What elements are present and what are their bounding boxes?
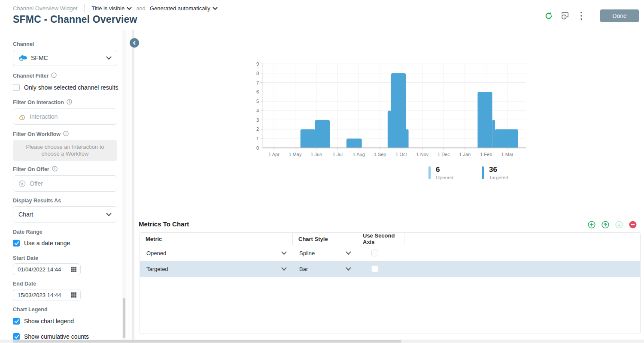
date-range-label: Date Range (13, 229, 122, 235)
chevron-down-icon (346, 266, 351, 272)
display-results-as-label: Display Results As (13, 198, 122, 204)
title-visibility-dropdown[interactable]: Title is visible (91, 5, 132, 12)
info-icon[interactable] (51, 72, 57, 79)
generated-mode-dropdown[interactable]: Generated automatically (150, 5, 218, 12)
filter-on-offer-label: Filter On Offer (13, 166, 122, 173)
chart-legend-label: Chart Legend (13, 307, 122, 313)
breadcrumb: Channel Overview Widget Title is visible… (13, 4, 218, 12)
checkbox[interactable] (13, 240, 20, 247)
title-visibility-label: Title is visible (91, 5, 125, 12)
chart-style-value: Spline (299, 250, 315, 256)
generated-mode-label: Generated automatically (150, 5, 210, 12)
show-cumulative-counts-checkbox[interactable]: Show cumulative counts (13, 333, 122, 340)
metric-value: Targeted (146, 266, 168, 272)
svg-text:1 Feb: 1 Feb (480, 152, 492, 157)
legend-item-opened[interactable]: 6 Opened (428, 165, 453, 180)
metrics-actions (588, 221, 637, 229)
legend-item-targeted[interactable]: 36 Targeted (482, 165, 508, 180)
legend-swatch-targeted (482, 166, 484, 179)
svg-text:1 Dec: 1 Dec (437, 152, 450, 157)
sidebar-scrollbar-track[interactable] (122, 30, 126, 340)
svg-text:1 Jan: 1 Jan (459, 152, 471, 157)
sfmc-cloud-icon (18, 54, 27, 61)
second-axis-checkbox[interactable] (371, 265, 378, 272)
settings-sidebar: Channel SFMC Channel Filter Only show se… (0, 30, 122, 340)
breadcrumb-widget-name: Channel Overview Widget (13, 5, 77, 12)
kebab-menu-icon[interactable] (577, 11, 586, 21)
svg-text:1 Mar: 1 Mar (501, 152, 513, 157)
second-axis-checkbox[interactable] (371, 250, 378, 256)
info-icon[interactable] (63, 131, 69, 138)
checkbox[interactable] (13, 333, 20, 340)
start-date-input[interactable] (18, 266, 66, 273)
info-icon[interactable] (67, 99, 72, 106)
column-header-chart-style: Chart Style (293, 233, 357, 245)
panel-gap (126, 30, 132, 340)
column-header-metric: Metric (140, 233, 293, 245)
legend-label: Opened (436, 175, 453, 180)
svg-text:1 Oct: 1 Oct (395, 152, 407, 157)
svg-text:1 May: 1 May (289, 152, 301, 157)
column-header-second-axis: Use Second Axis (357, 233, 404, 245)
chevron-down-icon (127, 5, 132, 12)
channel-filter-label: Channel Filter (13, 72, 122, 79)
move-up-icon[interactable] (601, 221, 609, 229)
chart-panel: 01234567891 Apr1 May1 Jun1 Jul1 Aug1 Sep… (134, 30, 644, 212)
remove-metric-icon[interactable] (629, 221, 637, 229)
table-row[interactable]: Opened Spline (140, 245, 640, 261)
empty-cell (404, 261, 640, 277)
end-date-input[interactable] (18, 292, 66, 298)
svg-text:1 Jul: 1 Jul (333, 152, 343, 157)
move-down-icon (615, 221, 623, 229)
only-selected-channel-checkbox[interactable]: Only show selected channel results (13, 84, 122, 91)
start-date-label: Start Date (13, 255, 122, 261)
sidebar-scrollbar-thumb[interactable] (123, 298, 125, 338)
chart-style-select[interactable]: Bar (293, 261, 357, 277)
checkbox[interactable] (13, 318, 20, 325)
svg-text:4: 4 (256, 108, 259, 113)
collapse-sidebar-button[interactable] (130, 38, 139, 48)
add-metric-icon[interactable] (588, 221, 595, 229)
display-results-value: Chart (18, 211, 106, 218)
empty-cell (404, 245, 640, 261)
filter-on-workflow-label: Filter On Workflow (13, 131, 122, 138)
metric-select[interactable]: Targeted (140, 261, 293, 277)
calendar-grid-icon[interactable] (71, 266, 77, 272)
second-axis-cell (357, 261, 404, 277)
chart-style-value: Bar (299, 266, 308, 272)
refresh-icon[interactable] (544, 11, 553, 21)
channel-select[interactable]: SFMC (13, 50, 117, 66)
widget-data-source-icon[interactable] (560, 11, 570, 21)
legend-label: Targeted (489, 175, 508, 180)
column-header-empty (404, 233, 640, 245)
offer-input[interactable] (30, 180, 112, 187)
calendar-grid-icon[interactable] (71, 292, 77, 298)
display-results-select[interactable]: Chart (13, 206, 117, 223)
checkbox-label: Show chart legend (24, 318, 74, 325)
page-title: SFMC - Channel Overview (13, 14, 137, 25)
interaction-input[interactable] (30, 113, 112, 120)
horizontal-scrollbar-thumb[interactable] (13, 340, 401, 343)
done-button[interactable]: Done (600, 9, 639, 22)
svg-text:1: 1 (256, 136, 259, 141)
chevron-left-icon (132, 41, 137, 45)
svg-text:0: 0 (256, 145, 259, 150)
metrics-table-header: Metric Chart Style Use Second Axis (140, 233, 640, 245)
workflow-disabled-message: Please choose an Interaction to choose a… (13, 140, 117, 161)
checkbox[interactable] (13, 84, 20, 91)
svg-text:1 Sep: 1 Sep (374, 152, 386, 157)
metric-select[interactable]: Opened (140, 245, 293, 261)
chevron-down-icon (281, 266, 287, 272)
show-chart-legend-checkbox[interactable]: Show chart legend (13, 318, 122, 325)
chevron-down-icon (106, 211, 112, 218)
info-icon[interactable] (52, 166, 58, 173)
use-date-range-checkbox[interactable]: Use a date range (13, 240, 122, 247)
metrics-panel: Metrics To Chart Metric Chart Style Use … (134, 212, 644, 340)
offer-badge-icon (18, 180, 26, 187)
svg-text:1 Nov: 1 Nov (416, 152, 429, 157)
interaction-input-wrap (13, 108, 117, 125)
legend-count: 36 (489, 165, 508, 174)
chart-style-select[interactable]: Spline (293, 245, 357, 261)
chevron-down-icon (281, 250, 287, 256)
table-row[interactable]: Targeted Bar (140, 261, 640, 277)
